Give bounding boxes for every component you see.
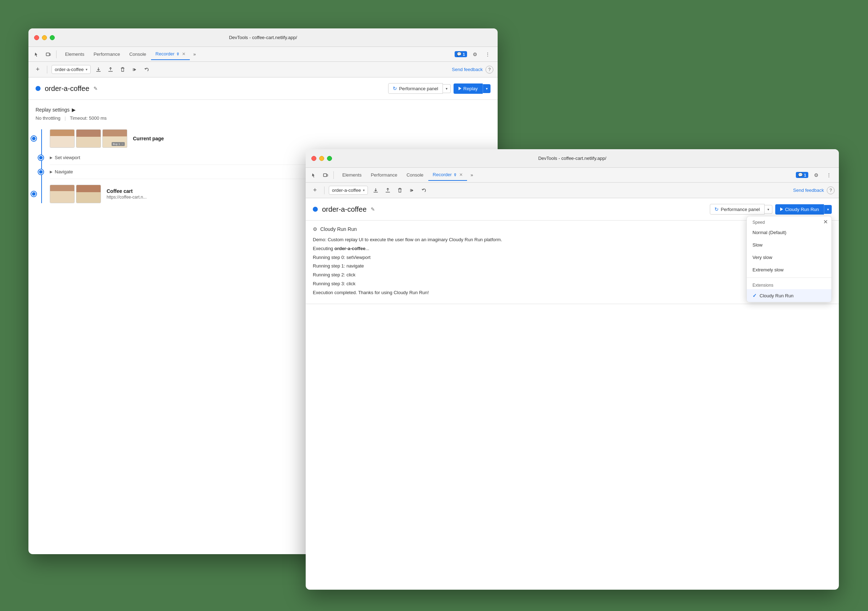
tab-more-back[interactable]: » (191, 49, 199, 60)
window-title-front: DevTools - coffee-cart.netlify.app/ (538, 156, 606, 161)
device-icon[interactable] (43, 49, 53, 59)
cloudy-run-extension-item[interactable]: ✓ Cloudy Run Run (747, 289, 831, 302)
replay-arrow-btn-back[interactable]: ▾ (483, 84, 490, 93)
tab-console-back[interactable]: Console (125, 49, 151, 60)
screenshot-thumb-4 (50, 185, 74, 203)
perf-panel-arrow-front[interactable]: ▾ (764, 205, 772, 214)
speed-slow-item[interactable]: Slow (747, 239, 831, 251)
panel-header-front: order-a-coffee ✎ ↻ Performance panel ▾ C… (306, 198, 839, 221)
screenshot-thumb-2 (76, 129, 101, 148)
tab-performance-front[interactable]: Performance (366, 169, 401, 181)
replay-settings-header[interactable]: Replay settings ▶ (36, 107, 490, 113)
performance-panel-btn-back[interactable]: ↻ Performance panel (388, 83, 443, 94)
recorder-close-front[interactable]: ✕ (459, 172, 463, 177)
panel-title-front: order-a-coffee (322, 205, 366, 213)
maximize-button-front[interactable] (327, 156, 332, 161)
speed-normal-item[interactable]: Normal (Default) (747, 226, 831, 239)
play-icon-front (780, 207, 783, 211)
import-icon-back[interactable] (105, 65, 116, 74)
step-dot-1 (31, 136, 36, 141)
traffic-lights-front (312, 156, 332, 161)
tab-right-front: 💬 1 ⚙ ⋮ (796, 170, 834, 180)
maximize-button-back[interactable] (50, 35, 55, 40)
perf-panel-arrow-back[interactable]: ▾ (443, 84, 451, 93)
cloudy-run-btn-group: Cloudy Run Run ▾ (775, 204, 832, 215)
replay-btn-group-back: Replay ▾ (454, 84, 490, 94)
tab-more-front[interactable]: » (468, 169, 476, 181)
perf-icon-back: ↻ (393, 86, 397, 91)
cursor-icon-front[interactable] (309, 170, 319, 180)
devtools-toolbar-front: Elements Performance Console Recorder 🎙 … (306, 168, 839, 183)
tab-elements-front[interactable]: Elements (338, 169, 366, 181)
step-current-page: Current page (133, 129, 164, 148)
settings-icon-front[interactable]: ⚙ (811, 170, 821, 180)
perf-icon-front: ↻ (715, 206, 719, 212)
extension-title: Cloudy Run Run (320, 226, 357, 232)
svg-marker-2 (134, 68, 136, 71)
recording-name-dropdown-front[interactable]: order-a-coffee ▾ (329, 186, 368, 195)
step-expand-icon-3: ▶ (50, 170, 53, 174)
tab-console-front[interactable]: Console (402, 169, 428, 181)
svg-rect-1 (50, 54, 51, 56)
close-button-back[interactable] (34, 35, 39, 40)
import-icon-front[interactable] (383, 186, 393, 195)
step-dot-2 (39, 155, 43, 160)
dropdown-close-btn[interactable]: ✕ (823, 219, 828, 225)
speed-extremely-slow-item[interactable]: Extremely slow (747, 264, 831, 276)
recording-name-dropdown-back[interactable]: order-a-coffee ▾ (51, 65, 91, 74)
edit-icon-front[interactable]: ✎ (371, 206, 375, 212)
play-step-icon-back[interactable] (130, 65, 140, 74)
performance-panel-btn-front[interactable]: ↻ Performance panel (710, 204, 764, 215)
tab-recorder-front[interactable]: Recorder 🎙 ✕ (428, 169, 467, 181)
help-icon-front[interactable]: ? (827, 187, 835, 194)
settings-icon-back[interactable]: ⚙ (470, 49, 480, 59)
speed-very-slow-item[interactable]: Very slow (747, 251, 831, 264)
title-bar-back: DevTools - coffee-cart.netlify.app/ (28, 28, 498, 47)
device-icon-front[interactable] (321, 170, 330, 180)
minimize-button-front[interactable] (319, 156, 324, 161)
delete-icon-back[interactable] (118, 65, 128, 74)
send-feedback-back[interactable]: Send feedback (452, 67, 483, 72)
chat-badge-front[interactable]: 💬 1 (796, 172, 808, 178)
cloudy-run-arrow-btn[interactable]: ▾ (824, 205, 832, 214)
edit-icon-back[interactable]: ✎ (93, 86, 98, 91)
recording-dot-back (36, 86, 40, 91)
panel-title-back: order-a-coffee (45, 85, 89, 93)
undo-icon-front[interactable] (419, 186, 429, 195)
cursor-icon[interactable] (32, 49, 42, 59)
replay-settings-section: Replay settings ▶ No throttling | Timeou… (36, 107, 490, 121)
extensions-divider (747, 277, 831, 278)
minimize-button-back[interactable] (42, 35, 47, 40)
screenshot-thumb-5 (76, 185, 101, 203)
export-icon-front[interactable] (371, 186, 381, 195)
more-icon-back[interactable]: ⋮ (483, 49, 493, 59)
step-coffee-cart: Coffee cart https://coffee-cart.n... (107, 185, 147, 203)
devtools-toolbar-back: Elements Performance Console Recorder 🎙 … (28, 47, 498, 62)
svg-rect-7 (410, 189, 411, 192)
replay-main-btn-back[interactable]: Replay (454, 84, 483, 94)
delete-icon-front[interactable] (395, 186, 405, 195)
undo-icon-back[interactable] (142, 65, 152, 74)
export-icon-back[interactable] (93, 65, 104, 74)
add-recording-back[interactable]: + (33, 65, 43, 74)
send-feedback-front[interactable]: Send feedback (793, 187, 824, 193)
tab-recorder-back[interactable]: Recorder 🎙 ✕ (151, 49, 189, 60)
tab-bar-front: Elements Performance Console Recorder 🎙 … (336, 168, 835, 182)
svg-rect-3 (133, 68, 134, 71)
close-button-front[interactable] (312, 156, 316, 161)
tab-right-back: 💬 1 ⚙ ⋮ (455, 49, 493, 59)
more-icon-front[interactable]: ⋮ (824, 170, 834, 180)
chat-badge-back[interactable]: 💬 1 (455, 51, 467, 57)
add-recording-front[interactable]: + (310, 186, 320, 195)
tab-performance-back[interactable]: Performance (89, 49, 124, 60)
tab-elements-back[interactable]: Elements (61, 49, 88, 60)
recording-bar-back: + order-a-coffee ▾ Send feedback ? (28, 62, 498, 77)
toolbar-sep-front-1 (333, 171, 334, 179)
recording-dot-front (313, 207, 318, 212)
cloudy-run-main-btn[interactable]: Cloudy Run Run (775, 204, 824, 215)
svg-rect-4 (324, 174, 327, 176)
help-icon-back[interactable]: ? (485, 66, 493, 74)
svg-rect-0 (46, 53, 50, 56)
play-step-icon-front[interactable] (407, 186, 417, 195)
recorder-close-back[interactable]: ✕ (182, 51, 186, 56)
